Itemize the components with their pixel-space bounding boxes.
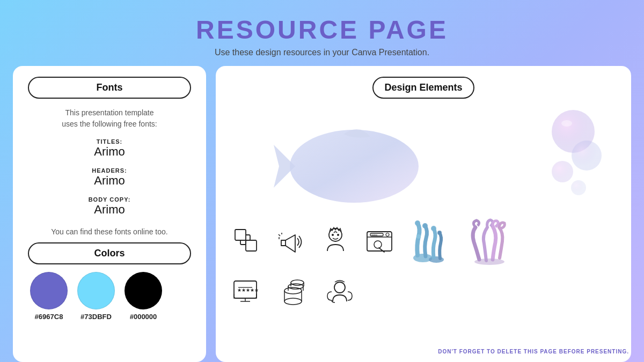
svg-point-46 [334,282,345,293]
page-subtitle: Use these design resources in your Canva… [196,48,448,57]
color-code-black: #000000 [130,313,157,321]
font-body: BODY COPY: Arimo [28,196,191,217]
left-panel: Fonts This presentation template uses th… [13,66,206,362]
font-titles: TITLES: Arimo [28,138,191,159]
main-content: Fonts This presentation template uses th… [0,66,644,362]
svg-point-5 [561,120,572,127]
person-icon [319,225,352,258]
font-description: This presentation template uses the foll… [28,107,191,130]
color-swatch-purple: #6967C8 [30,272,68,321]
svg-point-26 [437,231,442,235]
page-header: RESOURCE PAGE Use these design resources… [196,0,448,62]
color-swatches: #6967C8 #73DBFD #000000 [28,272,191,321]
review-icon: ★★★★★ [231,276,264,309]
design-top-area [231,107,616,225]
color-circle-black [125,272,162,309]
puzzle-icon [231,225,264,258]
color-circle-cyan [77,272,115,309]
svg-point-20 [374,241,382,248]
svg-point-4 [571,180,586,195]
right-panel: Design Elements [216,66,631,362]
page-title: RESOURCE PAGE [196,15,448,45]
font-headers: HEADERS: Arimo [28,167,191,188]
svg-point-3 [552,161,573,182]
svg-point-43 [291,280,304,285]
colors-section: Colors #6967C8 #73DBFD #000000 [28,242,191,321]
bubbles-illustration [541,107,605,201]
color-swatch-black: #000000 [125,272,162,321]
svg-rect-36 [284,291,302,301]
svg-point-25 [431,226,436,231]
svg-point-2 [572,141,602,171]
svg-point-0 [290,130,419,203]
browser-icon: www. [363,225,396,258]
svg-point-35 [284,298,302,305]
coins-icon [277,276,310,309]
color-circle-purple [30,272,68,309]
svg-point-27 [416,234,421,239]
fish-illustration [263,113,435,215]
svg-text:★★★★★: ★★★★★ [237,287,259,293]
svg-point-13 [332,234,334,236]
svg-point-28 [474,258,504,265]
colors-header: Colors [28,242,191,264]
support-icon [323,276,356,309]
svg-point-14 [337,234,339,236]
icons-row-2: ★★★★★ [231,276,616,309]
footer-note: DON'T FORGET TO DELETE THIS PAGE BEFORE … [438,346,629,356]
svg-rect-6 [235,230,246,240]
color-code-purple: #6967C8 [35,313,63,321]
fonts-header: Fonts [28,77,191,99]
svg-point-22 [429,256,444,263]
svg-line-10 [279,234,280,236]
font-note: You can find these fonts online too. [28,227,191,236]
color-swatch-cyan: #73DBFD [77,272,115,321]
svg-rect-7 [246,240,257,251]
svg-point-19 [386,233,389,237]
megaphone-icon [275,225,308,258]
color-code-cyan: #73DBFD [80,313,112,321]
design-elements-header: Design Elements [372,77,474,99]
svg-text:www.: www. [371,233,378,237]
